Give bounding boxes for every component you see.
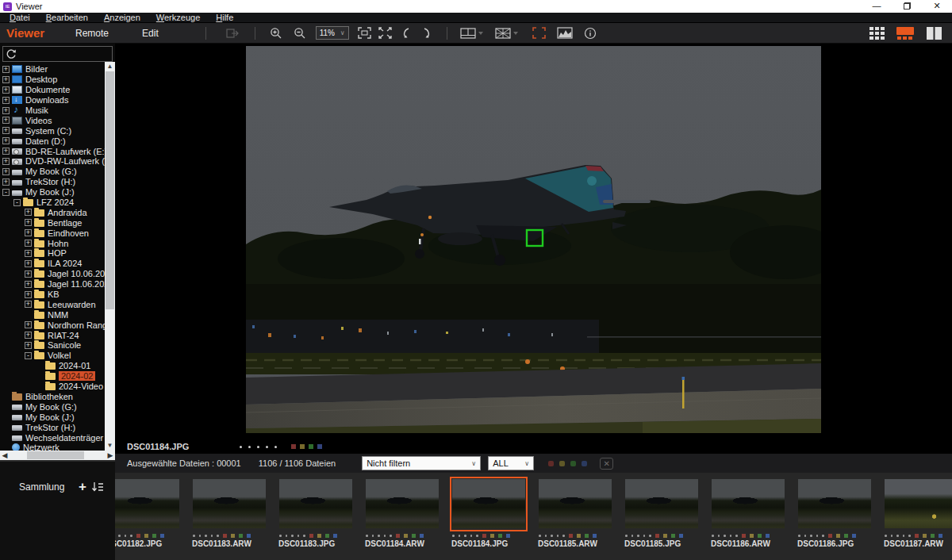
- color-label-icon[interactable]: [758, 534, 762, 538]
- expand-toggle-icon[interactable]: +: [2, 117, 10, 124]
- tree-item[interactable]: Wechseldatenträger (L:): [0, 432, 105, 443]
- thumbnail-rating-dots[interactable]: [885, 534, 952, 538]
- expand-toggle-icon[interactable]: +: [25, 260, 32, 267]
- tree-item[interactable]: + Bilder: [0, 64, 105, 75]
- tree-horizontal-scrollbar[interactable]: ◀ ▶: [0, 451, 115, 460]
- filmstrip-item[interactable]: DSC01184.JPG: [450, 477, 528, 548]
- expand-toggle-icon[interactable]: +: [25, 301, 32, 308]
- rating-dot-icon[interactable]: [372, 535, 374, 537]
- menu-hilfe[interactable]: Hilfe: [208, 13, 241, 22]
- scroll-left-icon[interactable]: ◀: [0, 451, 10, 459]
- expand-toggle-icon[interactable]: +: [2, 66, 10, 73]
- thumbnail-image[interactable]: [625, 479, 698, 528]
- tree-item[interactable]: NMM: [0, 309, 105, 320]
- color-label-icon[interactable]: [396, 534, 400, 538]
- rating-dot-icon[interactable]: [804, 535, 807, 537]
- color-label-icon[interactable]: [317, 534, 321, 538]
- color-label-icon[interactable]: [570, 461, 576, 466]
- color-label-icon[interactable]: [136, 534, 140, 538]
- tree-item[interactable]: + Daten (D:): [0, 136, 105, 146]
- expand-toggle-icon[interactable]: +: [25, 270, 32, 278]
- color-label-icon[interactable]: [585, 534, 589, 538]
- expand-toggle-icon[interactable]: +: [25, 332, 32, 339]
- grid-view-button[interactable]: [866, 25, 887, 41]
- tree-item[interactable]: + Nordhorn Range: [0, 320, 105, 330]
- filmstrip-item[interactable]: DSC01187.ARW: [882, 477, 952, 548]
- color-label-icon[interactable]: [915, 534, 919, 538]
- color-label-icon[interactable]: [325, 534, 329, 538]
- expand-toggle-icon[interactable]: +: [25, 240, 32, 247]
- color-label-icon[interactable]: [231, 534, 235, 538]
- color-label-icon[interactable]: [939, 534, 942, 538]
- rating-dot-icon[interactable]: [211, 535, 213, 537]
- thumbnail-image[interactable]: [539, 479, 612, 528]
- color-label-icon[interactable]: [559, 461, 565, 466]
- tree-item[interactable]: My Book (G:): [0, 401, 105, 412]
- rating-dot-icon[interactable]: [557, 535, 559, 537]
- rating-dot-icon[interactable]: [248, 446, 251, 448]
- tree-item[interactable]: + Andravida: [0, 207, 105, 217]
- color-label-icon[interactable]: [309, 534, 313, 538]
- filmstrip-item[interactable]: DSC01184.ARW: [363, 477, 441, 548]
- color-label-icon[interactable]: [333, 534, 337, 538]
- rating-dot-icon[interactable]: [551, 535, 553, 537]
- scrollbar-thumb[interactable]: [27, 451, 84, 459]
- close-button[interactable]: ✕: [922, 0, 952, 13]
- expand-toggle-icon[interactable]: +: [2, 127, 10, 134]
- expand-toggle-icon[interactable]: +: [2, 178, 10, 186]
- color-label-icon[interactable]: [844, 534, 848, 538]
- rating-dot-icon[interactable]: [390, 535, 392, 537]
- tree-item[interactable]: + Dokumente: [0, 85, 105, 95]
- filmstrip-item[interactable]: DSC01183.JPG: [277, 477, 355, 548]
- tree-item[interactable]: + Videos: [0, 115, 105, 125]
- color-label-icon[interactable]: [663, 534, 667, 538]
- rotate-left-button[interactable]: [396, 25, 416, 42]
- thumbnail-image[interactable]: [193, 479, 266, 528]
- expand-toggle-icon[interactable]: -: [13, 199, 21, 206]
- clear-filter-button[interactable]: ✕: [600, 458, 613, 470]
- rating-dot-icon[interactable]: [378, 535, 380, 537]
- rating-dot-icon[interactable]: [470, 535, 473, 537]
- filmstrip-item[interactable]: DSC01183.ARW: [190, 477, 268, 548]
- color-label-icon[interactable]: [679, 534, 683, 538]
- rating-dot-icon[interactable]: [452, 535, 455, 537]
- tree-item[interactable]: TrekStor (H:): [0, 422, 105, 432]
- scroll-down-icon[interactable]: ▼: [105, 441, 115, 451]
- rating-dot-icon[interactable]: [303, 535, 305, 537]
- zoom-level-combo[interactable]: 11% ∨: [316, 26, 349, 40]
- thumbnail-image[interactable]: [366, 479, 439, 528]
- thumbnail-rating-dots[interactable]: [115, 534, 182, 538]
- rating-dot-icon[interactable]: [798, 535, 800, 537]
- tree-item[interactable]: + KB: [0, 290, 105, 300]
- tree-item[interactable]: + ILA 2024: [0, 259, 105, 269]
- rating-dot-icon[interactable]: [903, 535, 905, 537]
- rating-dot-icon[interactable]: [291, 535, 294, 537]
- thumbnail-rating-dots[interactable]: [798, 534, 873, 538]
- rating-dot-icon[interactable]: [885, 535, 887, 537]
- tree-item[interactable]: My Book (J:): [0, 412, 105, 422]
- rating-dot-icon[interactable]: [286, 535, 288, 537]
- expand-toggle-icon[interactable]: -: [2, 189, 10, 196]
- color-label-icon[interactable]: [404, 534, 408, 538]
- color-label-icon[interactable]: [548, 461, 554, 466]
- tree-item[interactable]: + Eindhoven: [0, 228, 105, 238]
- rating-dot-icon[interactable]: [816, 535, 819, 537]
- zoom-in-button[interactable]: [266, 25, 286, 42]
- tree-item[interactable]: + TrekStor (H:): [0, 177, 105, 187]
- expand-toggle-icon[interactable]: +: [2, 137, 10, 144]
- color-label-icon[interactable]: [482, 534, 486, 538]
- tree-item[interactable]: + Bentlage: [0, 217, 105, 228]
- zoom-out-button[interactable]: [290, 25, 310, 42]
- rating-dot-icon[interactable]: [649, 535, 651, 537]
- color-label-icon[interactable]: [152, 534, 156, 538]
- tree-item[interactable]: - Volkel: [0, 351, 105, 361]
- color-label-icon[interactable]: [506, 534, 510, 538]
- rating-dot-icon[interactable]: [562, 535, 565, 537]
- filmstrip-item[interactable]: DSC01185.JPG: [623, 477, 701, 548]
- preview-filmstrip-view-button[interactable]: [895, 25, 916, 41]
- thumbnail-image[interactable]: [712, 479, 785, 528]
- rating-dot-icon[interactable]: [631, 535, 634, 537]
- color-label-icon[interactable]: [582, 461, 587, 466]
- rating-dot-icon[interactable]: [545, 535, 547, 537]
- color-label-icon[interactable]: [836, 534, 840, 538]
